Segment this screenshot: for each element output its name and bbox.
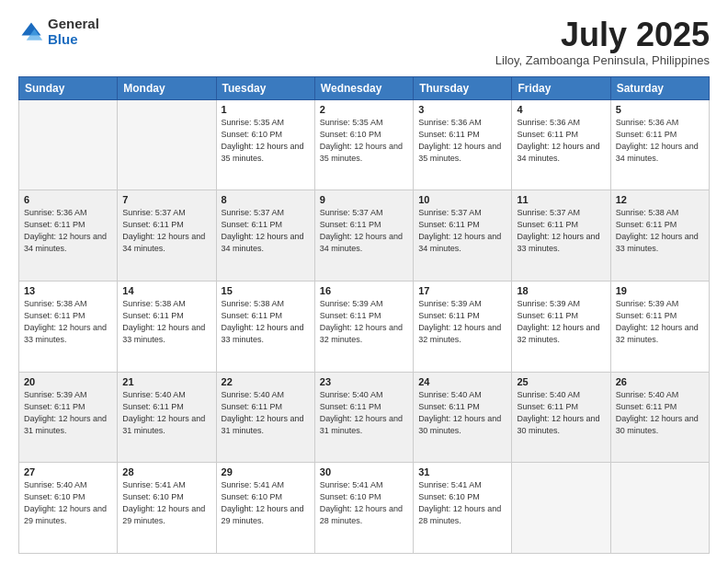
table-row: 5Sunrise: 5:36 AM Sunset: 6:11 PM Daylig… [610, 99, 709, 190]
day-number: 6 [24, 194, 112, 205]
table-row: 15Sunrise: 5:38 AM Sunset: 6:11 PM Dayli… [216, 281, 314, 372]
day-number: 21 [122, 376, 210, 387]
header-thursday: Thursday [414, 76, 512, 99]
table-row: 28Sunrise: 5:41 AM Sunset: 6:10 PM Dayli… [118, 463, 216, 554]
day-number: 1 [222, 104, 310, 115]
day-number: 4 [517, 104, 605, 115]
day-info: Sunrise: 5:39 AM Sunset: 6:11 PM Dayligh… [517, 298, 605, 346]
day-number: 15 [222, 285, 310, 296]
day-number: 22 [222, 376, 310, 387]
day-number: 8 [222, 194, 310, 205]
header: General Blue July 2025 Liloy, Zamboanga … [18, 17, 710, 67]
table-row: 30Sunrise: 5:41 AM Sunset: 6:10 PM Dayli… [314, 463, 413, 554]
table-row: 13Sunrise: 5:38 AM Sunset: 6:11 PM Dayli… [19, 281, 118, 372]
day-info: Sunrise: 5:38 AM Sunset: 6:11 PM Dayligh… [222, 298, 310, 346]
table-row: 12Sunrise: 5:38 AM Sunset: 6:11 PM Dayli… [610, 190, 709, 282]
header-saturday: Saturday [610, 76, 709, 99]
day-number: 5 [616, 104, 704, 115]
day-info: Sunrise: 5:38 AM Sunset: 6:11 PM Dayligh… [24, 298, 112, 346]
calendar-week-row: 20Sunrise: 5:39 AM Sunset: 6:11 PM Dayli… [19, 372, 710, 463]
day-info: Sunrise: 5:39 AM Sunset: 6:11 PM Dayligh… [616, 298, 704, 346]
day-number: 28 [122, 466, 210, 477]
day-number: 16 [320, 285, 408, 296]
day-info: Sunrise: 5:40 AM Sunset: 6:11 PM Dayligh… [616, 389, 704, 437]
table-row: 1Sunrise: 5:35 AM Sunset: 6:10 PM Daylig… [216, 99, 314, 190]
day-info: Sunrise: 5:39 AM Sunset: 6:11 PM Dayligh… [418, 298, 506, 346]
page: General Blue July 2025 Liloy, Zamboanga … [0, 0, 728, 563]
table-row: 27Sunrise: 5:40 AM Sunset: 6:10 PM Dayli… [19, 463, 118, 554]
day-number: 3 [418, 104, 506, 115]
title-location: Liloy, Zamboanga Peninsula, Philippines [495, 53, 710, 67]
title-block: July 2025 Liloy, Zamboanga Peninsula, Ph… [495, 17, 710, 67]
day-number: 23 [320, 376, 408, 387]
logo-icon [18, 19, 44, 45]
table-row: 2Sunrise: 5:35 AM Sunset: 6:10 PM Daylig… [314, 99, 413, 190]
table-row: 29Sunrise: 5:41 AM Sunset: 6:10 PM Dayli… [216, 463, 314, 554]
day-info: Sunrise: 5:40 AM Sunset: 6:11 PM Dayligh… [517, 389, 605, 437]
table-row: 31Sunrise: 5:41 AM Sunset: 6:10 PM Dayli… [414, 463, 512, 554]
table-row: 16Sunrise: 5:39 AM Sunset: 6:11 PM Dayli… [314, 281, 413, 372]
logo-blue-text: Blue [48, 32, 99, 48]
day-info: Sunrise: 5:37 AM Sunset: 6:11 PM Dayligh… [122, 207, 210, 255]
day-info: Sunrise: 5:41 AM Sunset: 6:10 PM Dayligh… [320, 479, 408, 527]
day-info: Sunrise: 5:37 AM Sunset: 6:11 PM Dayligh… [517, 207, 605, 255]
table-row: 18Sunrise: 5:39 AM Sunset: 6:11 PM Dayli… [512, 281, 610, 372]
day-number: 27 [24, 466, 112, 477]
day-number: 7 [122, 194, 210, 205]
day-number: 18 [517, 285, 605, 296]
day-number: 14 [122, 285, 210, 296]
table-row [610, 463, 709, 554]
day-number: 24 [418, 376, 506, 387]
header-wednesday: Wednesday [314, 76, 413, 99]
table-row: 19Sunrise: 5:39 AM Sunset: 6:11 PM Dayli… [610, 281, 709, 372]
day-number: 29 [222, 466, 310, 477]
day-info: Sunrise: 5:41 AM Sunset: 6:10 PM Dayligh… [222, 479, 310, 527]
day-info: Sunrise: 5:35 AM Sunset: 6:10 PM Dayligh… [222, 117, 310, 165]
table-row: 24Sunrise: 5:40 AM Sunset: 6:11 PM Dayli… [414, 372, 512, 463]
day-info: Sunrise: 5:38 AM Sunset: 6:11 PM Dayligh… [122, 298, 210, 346]
calendar-week-row: 13Sunrise: 5:38 AM Sunset: 6:11 PM Dayli… [19, 281, 710, 372]
logo-text: General Blue [48, 17, 99, 47]
table-row: 14Sunrise: 5:38 AM Sunset: 6:11 PM Dayli… [118, 281, 216, 372]
table-row: 25Sunrise: 5:40 AM Sunset: 6:11 PM Dayli… [512, 372, 610, 463]
table-row: 8Sunrise: 5:37 AM Sunset: 6:11 PM Daylig… [216, 190, 314, 282]
table-row: 4Sunrise: 5:36 AM Sunset: 6:11 PM Daylig… [512, 99, 610, 190]
day-number: 26 [616, 376, 704, 387]
table-row: 10Sunrise: 5:37 AM Sunset: 6:11 PM Dayli… [414, 190, 512, 282]
table-row: 7Sunrise: 5:37 AM Sunset: 6:11 PM Daylig… [118, 190, 216, 282]
day-info: Sunrise: 5:37 AM Sunset: 6:11 PM Dayligh… [320, 207, 408, 255]
table-row: 23Sunrise: 5:40 AM Sunset: 6:11 PM Dayli… [314, 372, 413, 463]
day-number: 30 [320, 466, 408, 477]
day-info: Sunrise: 5:40 AM Sunset: 6:11 PM Dayligh… [122, 389, 210, 437]
day-number: 12 [616, 194, 704, 205]
calendar-header-row: Sunday Monday Tuesday Wednesday Thursday… [19, 76, 710, 99]
day-info: Sunrise: 5:39 AM Sunset: 6:11 PM Dayligh… [320, 298, 408, 346]
header-friday: Friday [512, 76, 610, 99]
logo-general-text: General [48, 17, 99, 32]
day-number: 2 [320, 104, 408, 115]
header-tuesday: Tuesday [216, 76, 314, 99]
calendar-table: Sunday Monday Tuesday Wednesday Thursday… [18, 76, 710, 554]
day-number: 31 [418, 466, 506, 477]
day-number: 9 [320, 194, 408, 205]
day-number: 19 [616, 285, 704, 296]
day-info: Sunrise: 5:40 AM Sunset: 6:11 PM Dayligh… [222, 389, 310, 437]
day-info: Sunrise: 5:37 AM Sunset: 6:11 PM Dayligh… [222, 207, 310, 255]
table-row: 21Sunrise: 5:40 AM Sunset: 6:11 PM Dayli… [118, 372, 216, 463]
day-info: Sunrise: 5:37 AM Sunset: 6:11 PM Dayligh… [418, 207, 506, 255]
day-number: 11 [517, 194, 605, 205]
day-info: Sunrise: 5:35 AM Sunset: 6:10 PM Dayligh… [320, 117, 408, 165]
table-row [19, 99, 118, 190]
day-info: Sunrise: 5:36 AM Sunset: 6:11 PM Dayligh… [517, 117, 605, 165]
day-info: Sunrise: 5:41 AM Sunset: 6:10 PM Dayligh… [122, 479, 210, 527]
title-month: July 2025 [495, 17, 710, 53]
day-number: 20 [24, 376, 112, 387]
day-info: Sunrise: 5:38 AM Sunset: 6:11 PM Dayligh… [616, 207, 704, 255]
header-monday: Monday [118, 76, 216, 99]
logo: General Blue [18, 17, 99, 47]
day-info: Sunrise: 5:36 AM Sunset: 6:11 PM Dayligh… [24, 207, 112, 255]
table-row: 11Sunrise: 5:37 AM Sunset: 6:11 PM Dayli… [512, 190, 610, 282]
day-info: Sunrise: 5:36 AM Sunset: 6:11 PM Dayligh… [418, 117, 506, 165]
table-row: 9Sunrise: 5:37 AM Sunset: 6:11 PM Daylig… [314, 190, 413, 282]
calendar-week-row: 1Sunrise: 5:35 AM Sunset: 6:10 PM Daylig… [19, 99, 710, 190]
